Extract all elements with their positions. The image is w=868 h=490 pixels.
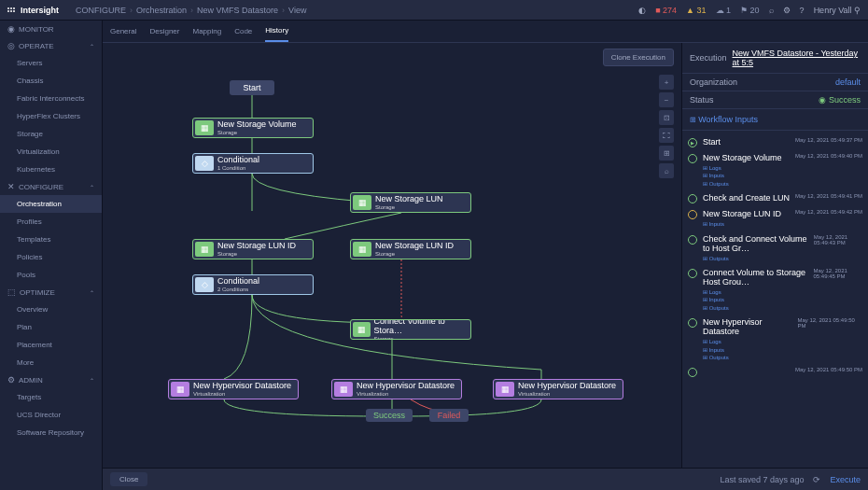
node-conditional-1[interactable]: ◇Conditional1 Condition [192,153,314,174]
step-link[interactable]: ⊞ Inputs [703,220,862,228]
alert-warning-badge[interactable]: ▲ 31 [686,6,706,15]
storage-icon: ▦ [195,120,214,135]
sidebar-item[interactable]: Policies [0,248,102,266]
tab-code[interactable]: Code [234,21,252,41]
sidebar-item[interactable]: Placement [0,336,102,354]
sidebar-item[interactable]: Targets [0,388,102,406]
node-start[interactable]: Start [230,80,274,95]
node-new-storage-lun[interactable]: ▦New Storage LUNStorage [350,192,471,213]
storage-icon: ▦ [353,322,371,337]
close-button[interactable]: Close [110,472,147,486]
step-status-icon [688,318,697,328]
bc-0[interactable]: CONFIGURE [76,6,126,15]
node-new-storage-lun-id-2[interactable]: ▦New Storage LUN IDStorage [350,239,471,259]
execute-button[interactable]: Execute [830,475,861,484]
exec-step[interactable]: New Hypervisor DatastoreMay 12, 2021 05:… [682,315,868,364]
notif-2[interactable]: ⚑ 20 [740,6,760,15]
step-link[interactable]: ⊞ Outputs [703,354,862,361]
step-link[interactable]: ⊞ Inputs [703,346,862,354]
tab-general[interactable]: General [110,21,136,41]
sidebar-header[interactable]: ◎ OPERATE [0,37,102,54]
canvas-tool[interactable]: ⊡ [659,110,674,125]
node-hypervisor-ds-2[interactable]: ▦New Hypervisor DatastoreVirtualization [331,379,462,399]
execution-steps: StartMay 12, 2021 05:49:37 PMNew Storage… [682,131,868,468]
sidebar-item[interactable]: Chassis [0,72,102,90]
sidebar-item[interactable]: Templates [0,231,102,248]
exec-step[interactable]: Connect Volume to Storage Host Grou…May … [682,265,868,315]
sidebar-header[interactable]: ⚙ ADMIN [0,371,102,388]
user-menu[interactable]: Henry Vall ⚲ [814,6,861,15]
sidebar-header[interactable]: ✕ CONFIGURE [0,178,102,195]
workflow-inputs-link[interactable]: ⊞ Workflow Inputs [682,109,868,131]
sidebar-item[interactable]: HyperFlex Clusters [0,107,102,125]
exec-step[interactable]: May 12, 2021 05:49:50 PM [682,364,868,380]
tab-mapping[interactable]: Mapping [192,21,221,41]
notif-1[interactable]: ☁ 1 [716,6,732,15]
bc-2[interactable]: New VMFS Datastore [197,6,278,15]
sidebar-item[interactable]: Orchestration [0,195,102,213]
exec-step[interactable]: StartMay 12, 2021 05:49:37 PM [682,134,868,150]
tabs: GeneralDesignerMappingCodeHistory [103,21,868,43]
storage-icon: ▦ [353,242,371,257]
canvas-tool[interactable]: + [659,75,674,90]
exec-step[interactable]: Check and Create LUNMay 12, 2021 05:49:4… [682,190,868,206]
step-link[interactable]: ⊞ Logs [703,164,862,172]
tab-history[interactable]: History [265,21,288,42]
sidebar-item[interactable]: Fabric Interconnects [0,90,102,107]
node-hypervisor-ds-1[interactable]: ▦New Hypervisor DatastoreVirtualization [168,379,299,399]
sidebar-item[interactable]: Profiles [0,213,102,231]
step-link[interactable]: ⊞ Outputs [703,180,862,188]
search-icon[interactable]: ⌕ [769,6,774,15]
sidebar-item[interactable]: More [0,354,102,371]
sidebar-item[interactable]: Storage [0,125,102,143]
sidebar-header[interactable]: ⬚ OPTIMIZE [0,284,102,301]
canvas-tool[interactable]: ⌕ [659,163,674,178]
step-link[interactable]: ⊞ Outputs [703,255,862,262]
exec-step[interactable]: New Storage LUN IDMay 12, 2021 05:49:42 … [682,206,868,231]
tab-designer[interactable]: Designer [149,21,179,41]
step-link[interactable]: ⊞ Outputs [703,304,862,312]
node-conditional-2[interactable]: ◇Conditional2 Conditions [192,274,314,295]
sidebar-item[interactable]: Plan [0,318,102,336]
step-status-icon [688,368,697,377]
toggle-icon[interactable]: ◐ [638,6,646,15]
canvas-tools: +−⊡⛶⊞⌕ [659,75,674,178]
step-link[interactable]: ⊞ Inputs [703,296,862,303]
node-failed[interactable]: Failed [429,409,469,422]
canvas-tool[interactable]: − [659,92,674,107]
alert-critical-badge[interactable]: ■ 274 [655,6,677,15]
refresh-icon[interactable]: ⟳ [813,475,820,484]
sidebar-item[interactable]: Servers [0,54,102,72]
sidebar-item[interactable]: UCS Director [0,406,102,424]
settings-icon[interactable]: ⚙ [783,6,791,15]
exec-step[interactable]: Check and Connect Volume to Host Gr…May … [682,231,868,265]
node-new-storage-volume[interactable]: ▦New Storage VolumeStorage [192,118,314,138]
sidebar-item[interactable]: Software Repository [0,424,102,441]
brand: Intersight [7,6,59,15]
sidebar-item[interactable]: Overview [0,301,102,318]
exec-org-row: Organization default [682,74,868,91]
sidebar-item[interactable]: Kubernetes [0,161,102,178]
node-success[interactable]: Success [366,409,413,422]
step-link[interactable]: ⊞ Inputs [703,172,862,179]
sidebar-header[interactable]: ◉ MONITOR [0,21,102,37]
footer: Close Last saved 7 days ago ⟳ Execute [103,468,868,490]
exec-org-value[interactable]: default [835,77,861,87]
exec-step[interactable]: New Storage VolumeMay 12, 2021 05:49:40 … [682,150,868,190]
bc-1[interactable]: Orchestration [136,6,187,15]
node-hypervisor-ds-3[interactable]: ▦New Hypervisor DatastoreVirtualization [493,379,623,399]
clone-execution-button[interactable]: Clone Execution [603,49,674,66]
help-icon[interactable]: ? [800,6,805,15]
conditional-icon: ◇ [195,277,214,292]
sidebar-item[interactable]: Pools [0,266,102,284]
sidebar-item[interactable]: Virtualization [0,143,102,161]
step-link[interactable]: ⊞ Logs [703,288,862,296]
node-connect-volume[interactable]: ▦Connect Volume to Stora…Storage [350,319,471,340]
storage-icon: ▦ [195,242,214,257]
step-link[interactable]: ⊞ Logs [703,338,862,345]
exec-link[interactable]: New VMFS Datastore - Yesterday at 5:5 [733,49,861,67]
canvas-tool[interactable]: ⊞ [659,146,674,161]
workflow-canvas[interactable]: Clone Execution +−⊡⛶⊞⌕ Start ▦New Storag… [103,43,681,468]
node-new-storage-lun-id-1[interactable]: ▦New Storage LUN IDStorage [192,239,314,259]
canvas-tool[interactable]: ⛶ [659,128,674,143]
